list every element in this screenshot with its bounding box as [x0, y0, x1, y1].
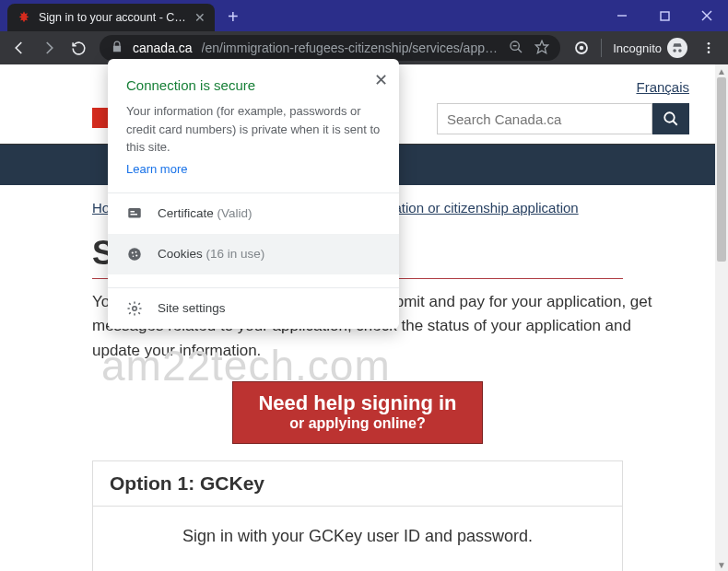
tab-close-icon[interactable]: ✕ — [194, 10, 205, 25]
scrollbar[interactable]: ▲ ▼ — [715, 64, 728, 571]
svg-point-20 — [135, 251, 137, 252]
gckey-panel-title: Option 1: GCKey — [93, 461, 622, 507]
browser-titlebar: Sign in to your account - Canada ✕ + — [0, 0, 728, 31]
extension-icon[interactable] — [568, 34, 595, 62]
svg-line-14 — [673, 121, 677, 125]
toolbar-divider — [601, 39, 602, 57]
back-button[interactable] — [6, 34, 33, 62]
svg-rect-1 — [661, 12, 669, 20]
kebab-menu-icon[interactable] — [695, 34, 722, 62]
maple-leaf-icon — [17, 10, 31, 25]
svg-rect-17 — [131, 214, 138, 216]
site-settings-row[interactable]: Site settings — [108, 288, 399, 329]
language-link[interactable]: Français — [636, 79, 689, 95]
svg-point-10 — [708, 42, 710, 45]
scroll-up-icon[interactable]: ▲ — [715, 64, 728, 77]
gear-icon — [126, 300, 143, 317]
incognito-icon — [667, 38, 687, 58]
svg-point-9 — [580, 46, 584, 51]
svg-point-21 — [135, 254, 137, 256]
tab-title: Sign in to your account - Canada — [39, 11, 187, 24]
address-bar[interactable]: canada.ca/en/immigration-refugees-citize… — [100, 35, 560, 61]
help-line2: or applying online? — [246, 415, 469, 432]
help-signing-in-banner[interactable]: Need help signing in or applying online? — [232, 381, 483, 444]
incognito-label: Incognito — [613, 41, 662, 55]
svg-line-5 — [518, 49, 522, 52]
zoom-icon[interactable] — [509, 40, 523, 57]
breadcrumb-current[interactable]: ation or citizenship application — [394, 200, 579, 216]
svg-rect-15 — [128, 208, 141, 218]
svg-point-12 — [708, 51, 710, 53]
popover-learn-more[interactable]: Learn more — [126, 162, 187, 176]
search-input[interactable] — [437, 103, 652, 134]
certificate-row[interactable]: Certificate (Valid) — [108, 193, 399, 234]
url-path: /en/immigration-refugees-citizenship/ser… — [202, 41, 498, 55]
reload-button[interactable] — [65, 34, 92, 62]
window-controls — [601, 0, 728, 31]
svg-rect-16 — [131, 211, 135, 213]
popover-close-icon[interactable]: ✕ — [374, 70, 388, 90]
popover-title: Connection is secure — [126, 77, 381, 93]
url-host: canada.ca — [133, 41, 193, 55]
popover-desc: Your information (for example, passwords… — [126, 102, 381, 157]
bookmark-icon[interactable] — [534, 40, 549, 57]
incognito-indicator[interactable]: Incognito — [607, 38, 693, 58]
forward-button[interactable] — [35, 34, 63, 62]
help-line1: Need help signing in — [246, 391, 469, 415]
svg-point-18 — [128, 248, 141, 261]
scroll-down-icon[interactable]: ▼ — [715, 558, 728, 571]
svg-point-23 — [133, 306, 137, 310]
svg-point-19 — [132, 251, 134, 253]
gckey-panel-desc: Sign in with your GCKey user ID and pass… — [110, 527, 605, 546]
maximize-button[interactable] — [643, 0, 686, 31]
scroll-thumb[interactable] — [717, 77, 726, 262]
cookies-row[interactable]: Cookies (16 in use) — [108, 234, 399, 274]
new-tab-button[interactable]: + — [215, 6, 252, 31]
svg-point-11 — [708, 47, 710, 50]
svg-point-13 — [664, 112, 675, 122]
search-icon — [663, 111, 679, 127]
minimize-button[interactable] — [601, 0, 643, 31]
lock-icon[interactable] — [111, 41, 123, 56]
browser-tab[interactable]: Sign in to your account - Canada ✕ — [7, 4, 215, 31]
svg-point-22 — [133, 255, 135, 257]
close-window-button[interactable] — [686, 0, 728, 31]
gckey-panel: Option 1: GCKey Sign in with your GCKey … — [92, 460, 623, 571]
site-security-popover: ✕ Connection is secure Your information … — [108, 59, 399, 329]
search-button[interactable] — [652, 103, 689, 134]
certificate-icon — [126, 205, 143, 222]
cookie-icon — [126, 246, 143, 262]
svg-marker-7 — [536, 41, 548, 52]
